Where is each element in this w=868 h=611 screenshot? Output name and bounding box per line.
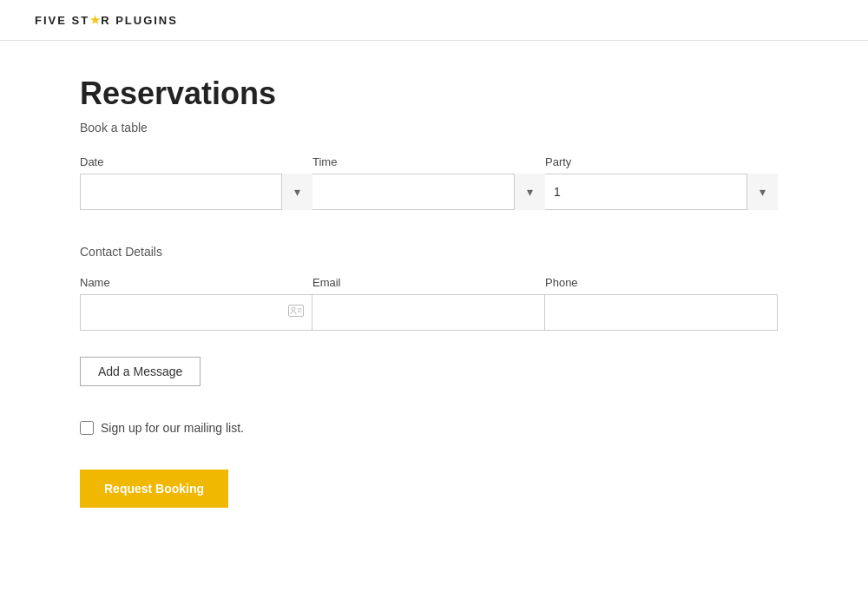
email-field-group: Email	[312, 276, 545, 331]
booking-subtitle: Book a table	[80, 121, 788, 135]
party-select-wrapper: 1 2 3 4 5 6 7 8	[545, 174, 778, 210]
party-select[interactable]: 1 2 3 4 5 6 7 8	[545, 174, 778, 210]
party-field-group: Party 1 2 3 4 5 6 7 8	[545, 155, 778, 210]
name-field-group: Name	[80, 276, 312, 331]
contact-section: Contact Details Name	[80, 245, 788, 412]
logo-text-after: R PLUGINS	[101, 14, 178, 27]
email-input[interactable]	[312, 294, 545, 331]
time-select[interactable]	[312, 174, 545, 210]
mailing-list-label: Sign up for our mailing list.	[101, 421, 244, 435]
time-field-group: Time	[312, 155, 545, 210]
date-select-wrapper	[80, 174, 312, 210]
booking-field-row: Date Time Pa	[80, 155, 788, 210]
date-select[interactable]	[80, 174, 312, 210]
name-input[interactable]	[80, 294, 312, 331]
mailing-list-row: Sign up for our mailing list.	[80, 421, 788, 435]
request-booking-button[interactable]: Request Booking	[80, 470, 228, 508]
phone-label: Phone	[545, 276, 778, 289]
time-select-wrapper	[312, 174, 545, 210]
logo-star-icon: ★	[89, 12, 101, 28]
date-field-group: Date	[80, 155, 312, 210]
contact-subtitle: Contact Details	[80, 245, 788, 259]
phone-field-group: Phone	[545, 276, 778, 331]
site-header: FIVE ST ★ R PLUGINS	[0, 0, 868, 41]
logo-text-before: FIVE ST	[35, 14, 89, 27]
email-label: Email	[312, 276, 545, 289]
booking-section: Date Time Pa	[80, 155, 788, 210]
phone-input[interactable]	[545, 294, 778, 331]
date-label: Date	[80, 155, 312, 168]
time-label: Time	[312, 155, 545, 168]
party-label: Party	[545, 155, 778, 168]
page-title: Reservations	[80, 76, 788, 112]
mailing-list-checkbox[interactable]	[80, 421, 94, 435]
name-input-wrapper	[80, 294, 312, 331]
main-content: Reservations Book a table Date Time	[0, 41, 868, 542]
site-logo: FIVE ST ★ R PLUGINS	[35, 12, 178, 28]
contact-field-row: Name	[80, 276, 788, 331]
add-message-button[interactable]: Add a Message	[80, 357, 201, 386]
name-label: Name	[80, 276, 312, 289]
